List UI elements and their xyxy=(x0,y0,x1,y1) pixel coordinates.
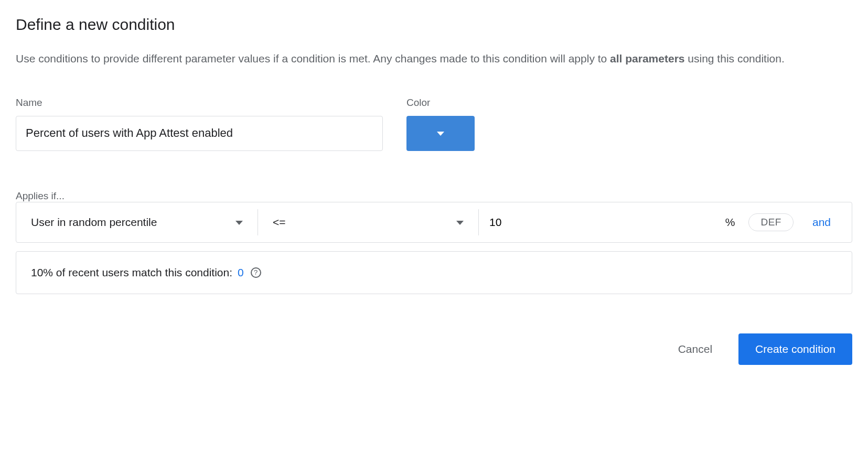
and-link[interactable]: and xyxy=(812,216,852,229)
def-chip[interactable]: DEF xyxy=(748,213,794,231)
name-label: Name xyxy=(16,97,383,109)
name-color-row: Name Color xyxy=(16,97,852,151)
chevron-down-icon xyxy=(456,218,464,227)
condition-type-select[interactable]: User in random percentile xyxy=(16,202,258,242)
page-title: Define a new condition xyxy=(16,16,852,34)
match-box: 10% of recent users match this condition… xyxy=(16,251,852,294)
operator-select[interactable]: <= xyxy=(258,202,478,242)
chevron-down-icon xyxy=(437,130,444,137)
condition-row: User in random percentile <= % DEF and xyxy=(16,202,852,243)
cancel-button[interactable]: Cancel xyxy=(673,336,717,363)
name-input[interactable] xyxy=(16,116,383,151)
help-icon[interactable]: ? xyxy=(251,267,261,278)
color-select[interactable] xyxy=(406,116,475,151)
match-text: 10% of recent users match this condition… xyxy=(31,266,232,279)
footer-actions: Cancel Create condition xyxy=(16,333,852,365)
description-pre: Use conditions to provide different para… xyxy=(16,52,610,64)
applies-label: Applies if... xyxy=(16,190,65,201)
color-label: Color xyxy=(406,97,475,109)
color-group: Color xyxy=(406,97,475,151)
condition-type-text: User in random percentile xyxy=(31,216,157,229)
description-text: Use conditions to provide different para… xyxy=(16,49,852,68)
create-condition-button[interactable]: Create condition xyxy=(738,333,852,365)
match-count: 0 xyxy=(238,266,244,279)
description-bold: all parameters xyxy=(610,52,684,64)
description-post: using this condition. xyxy=(685,52,785,64)
chevron-down-icon xyxy=(235,218,243,227)
name-group: Name xyxy=(16,97,383,151)
percentile-value-input[interactable] xyxy=(479,202,725,242)
operator-text: <= xyxy=(273,216,286,229)
percent-unit: % xyxy=(725,216,749,229)
